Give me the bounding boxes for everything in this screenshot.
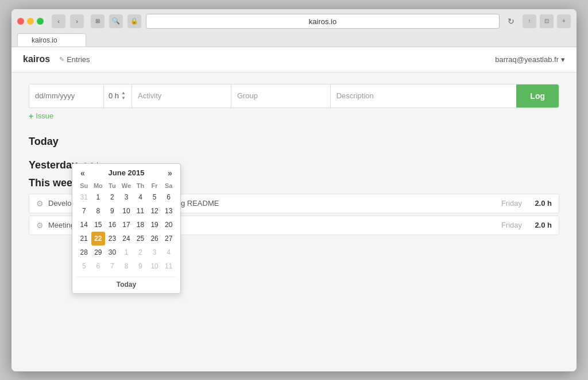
hours-down-button[interactable]: ▼	[120, 96, 127, 101]
calendar-day[interactable]: 27	[161, 232, 176, 245]
calendar-day[interactable]: 9	[105, 204, 119, 218]
calendar-today-button[interactable]: Today	[77, 277, 176, 289]
calendar-day[interactable]: 13	[161, 204, 176, 218]
browser-tab-active[interactable]: kairos.io	[17, 33, 86, 47]
user-menu[interactable]: barraq@yeastlab.fr ▾	[495, 55, 565, 64]
close-button[interactable]	[17, 18, 24, 25]
hours-spinner[interactable]: ▲ ▼	[120, 91, 127, 101]
entry-hours: 2.0 h	[529, 199, 552, 208]
calendar-day[interactable]: 11	[133, 204, 148, 218]
calendar-day[interactable]: 2	[105, 190, 119, 204]
back-button[interactable]: ‹	[52, 14, 65, 28]
group-field[interactable]: Group	[231, 85, 331, 108]
entries-edit-icon: ✎	[59, 56, 64, 63]
calendar-day[interactable]: 9	[133, 259, 148, 273]
calendar-day[interactable]: 23	[105, 232, 119, 245]
calendar-day[interactable]: 1	[91, 190, 106, 204]
calendar-day[interactable]: 2	[133, 245, 148, 259]
calendar-day[interactable]: 16	[105, 218, 119, 232]
date-input[interactable]	[29, 85, 104, 108]
search-icon[interactable]: 🔍	[109, 14, 123, 28]
lock-icon: 🔒	[127, 14, 141, 28]
calendar-day[interactable]: 17	[119, 218, 134, 232]
calendar-day[interactable]: 11	[161, 259, 176, 273]
calendar-day[interactable]: 6	[161, 190, 176, 204]
entry-activity: Meeting	[48, 221, 75, 229]
entries-label: Entries	[67, 55, 90, 64]
calendar-day[interactable]: 3	[119, 190, 134, 204]
calendar-day[interactable]: 8	[91, 204, 106, 218]
calendar-day[interactable]: 3	[148, 245, 162, 259]
today-title: Today	[29, 136, 59, 147]
yesterday-title: Yesterday	[29, 159, 78, 171]
minimize-button[interactable]	[27, 18, 34, 25]
description-label: Description	[336, 91, 374, 100]
calendar-day[interactable]: 29	[91, 245, 106, 259]
cal-weekday-we: We	[119, 181, 134, 190]
calendar-day[interactable]: 18	[133, 218, 148, 232]
calendar-day[interactable]: 25	[133, 232, 148, 245]
calendar-day[interactable]: 1	[119, 245, 134, 259]
calendar-day[interactable]: 10	[148, 259, 162, 273]
gear-icon[interactable]: ⚙	[36, 221, 44, 230]
gear-icon[interactable]: ⚙	[36, 199, 44, 208]
calendar-day[interactable]: 14	[77, 218, 91, 232]
calendar-day[interactable]: 26	[148, 232, 162, 245]
entry-form: 0 h ▲ ▼ Activity Group Description Log	[29, 84, 559, 108]
calendar-day[interactable]: 21	[77, 232, 91, 245]
calendar-day[interactable]: 22	[91, 232, 106, 245]
user-email: barraq@yeastlab.fr	[495, 55, 559, 64]
dropdown-arrow-icon: ▾	[561, 55, 565, 64]
browser-window: ‹ › ⊞ 🔍 🔒 kairos.io ↻ ↑ ⊡ + kairos.io ka…	[11, 9, 577, 371]
calendar-day[interactable]: 15	[91, 218, 106, 232]
hours-field: 0 h ▲ ▼	[104, 85, 132, 108]
share-icon[interactable]: ↑	[523, 14, 536, 28]
calendar-day[interactable]: 6	[91, 259, 106, 273]
calendar-day[interactable]: 24	[119, 232, 134, 245]
calendar-day[interactable]: 8	[119, 259, 134, 273]
calendar-day[interactable]: 7	[77, 204, 91, 218]
calendar-prev-button[interactable]: «	[77, 168, 88, 178]
maximize-button[interactable]	[37, 18, 44, 25]
calendar-day[interactable]: 4	[133, 190, 148, 204]
cal-weekday-su: Su	[77, 181, 91, 190]
add-issue-row[interactable]: + Issue	[29, 108, 559, 124]
forward-button[interactable]: ›	[70, 14, 84, 28]
activity-field[interactable]: Activity	[132, 85, 231, 108]
tab-icon[interactable]: ⊞	[91, 14, 105, 28]
calendar-day[interactable]: 5	[77, 259, 91, 273]
calendar-day[interactable]: 7	[105, 259, 119, 273]
entry-hours: 2.0 h	[529, 221, 552, 229]
calendar-day[interactable]: 19	[148, 218, 162, 232]
calendar-day[interactable]: 12	[148, 204, 162, 218]
hours-up-button[interactable]: ▲	[120, 91, 127, 95]
add-issue-label: Issue	[36, 112, 53, 120]
calendar-day[interactable]: 31	[77, 190, 91, 204]
calendar-header: « June 2015 »	[77, 168, 176, 178]
reload-button[interactable]: ↻	[504, 14, 518, 28]
today-section-header: Today	[29, 136, 559, 148]
calendar-day[interactable]: 5	[148, 190, 162, 204]
cal-weekday-tu: Tu	[105, 181, 119, 190]
calendar-grid: Su Mo Tu We Th Fr Sa 3112345678910111213…	[77, 181, 176, 273]
calendar-next-button[interactable]: »	[164, 168, 176, 178]
calendar-day[interactable]: 28	[77, 245, 91, 259]
calendar-day[interactable]: 20	[161, 218, 176, 232]
log-button[interactable]: Log	[516, 85, 559, 108]
new-tab-button[interactable]: ⊡	[540, 14, 554, 28]
entry-day: Friday	[501, 221, 522, 229]
browser-chrome: ‹ › ⊞ 🔍 🔒 kairos.io ↻ ↑ ⊡ + kairos.io	[11, 9, 577, 47]
address-bar[interactable]: kairos.io	[146, 14, 500, 29]
traffic-lights	[17, 18, 44, 25]
activity-label: Activity	[138, 91, 161, 100]
calendar-day[interactable]: 4	[161, 245, 176, 259]
entry-day: Friday	[501, 199, 522, 208]
calendar-day[interactable]: 30	[105, 245, 119, 259]
entry-description: Improving README	[152, 199, 501, 208]
add-tab-button[interactable]: +	[557, 14, 571, 28]
app-nav: kairos ✎ Entries barraq@yeastlab.fr ▾	[11, 47, 577, 72]
entries-nav-link[interactable]: ✎ Entries	[59, 55, 90, 64]
description-field[interactable]: Description	[331, 85, 517, 108]
plus-icon: +	[29, 112, 33, 121]
calendar-day[interactable]: 10	[119, 204, 134, 218]
